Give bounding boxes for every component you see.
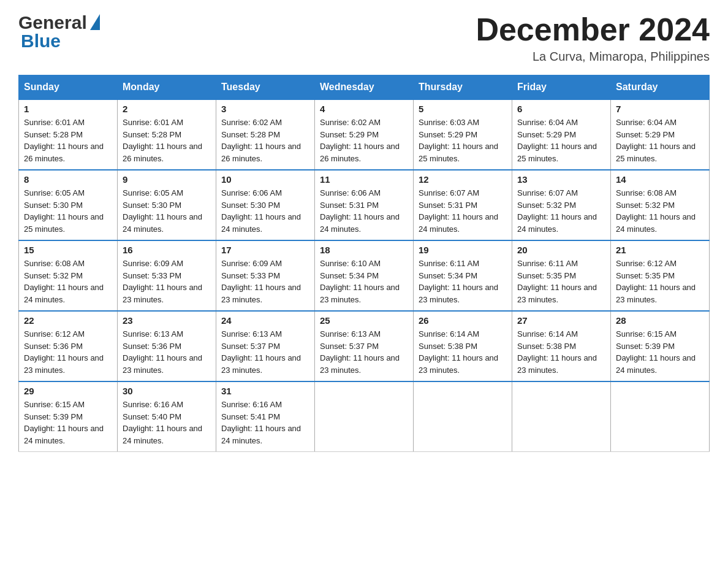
day-header-thursday: Thursday bbox=[414, 75, 512, 100]
day-number: 22 bbox=[24, 315, 112, 326]
day-info: Sunrise: 6:09 AMSunset: 5:33 PMDaylight:… bbox=[221, 258, 309, 305]
day-header-wednesday: Wednesday bbox=[315, 75, 414, 100]
calendar-table: SundayMondayTuesdayWednesdayThursdayFrid… bbox=[18, 75, 710, 452]
calendar-week-3: 15Sunrise: 6:08 AMSunset: 5:32 PMDayligh… bbox=[19, 240, 710, 311]
day-info: Sunrise: 6:01 AMSunset: 5:28 PMDaylight:… bbox=[123, 117, 211, 164]
day-header-monday: Monday bbox=[118, 75, 216, 100]
day-info: Sunrise: 6:13 AMSunset: 5:36 PMDaylight:… bbox=[123, 328, 211, 376]
day-info: Sunrise: 6:11 AMSunset: 5:35 PMDaylight:… bbox=[517, 258, 605, 305]
calendar-day-13: 13Sunrise: 6:07 AMSunset: 5:32 PMDayligh… bbox=[512, 170, 611, 240]
day-number: 26 bbox=[419, 315, 507, 326]
calendar-day-9: 9Sunrise: 6:05 AMSunset: 5:30 PMDaylight… bbox=[118, 170, 216, 240]
calendar-day-3: 3Sunrise: 6:02 AMSunset: 5:28 PMDaylight… bbox=[216, 99, 315, 170]
day-number: 14 bbox=[616, 174, 704, 185]
day-info: Sunrise: 6:08 AMSunset: 5:32 PMDaylight:… bbox=[616, 187, 704, 235]
calendar-day-2: 2Sunrise: 6:01 AMSunset: 5:28 PMDaylight… bbox=[118, 99, 216, 170]
calendar-empty-cell bbox=[611, 381, 710, 452]
day-header-friday: Friday bbox=[512, 75, 611, 100]
day-info: Sunrise: 6:10 AMSunset: 5:34 PMDaylight:… bbox=[320, 258, 408, 305]
logo-triangle-icon bbox=[90, 14, 100, 30]
day-number: 20 bbox=[517, 245, 605, 255]
calendar-day-19: 19Sunrise: 6:11 AMSunset: 5:34 PMDayligh… bbox=[414, 240, 512, 311]
day-info: Sunrise: 6:11 AMSunset: 5:34 PMDaylight:… bbox=[419, 258, 507, 305]
calendar-day-4: 4Sunrise: 6:02 AMSunset: 5:29 PMDaylight… bbox=[315, 99, 414, 170]
day-number: 6 bbox=[517, 104, 605, 114]
calendar-empty-cell bbox=[315, 381, 414, 452]
calendar-week-2: 8Sunrise: 6:05 AMSunset: 5:30 PMDaylight… bbox=[19, 170, 710, 240]
calendar-day-28: 28Sunrise: 6:15 AMSunset: 5:39 PMDayligh… bbox=[611, 311, 710, 381]
logo: General Blue bbox=[18, 12, 100, 52]
calendar-day-5: 5Sunrise: 6:03 AMSunset: 5:29 PMDaylight… bbox=[414, 99, 512, 170]
day-info: Sunrise: 6:06 AMSunset: 5:30 PMDaylight:… bbox=[221, 187, 309, 235]
calendar-day-11: 11Sunrise: 6:06 AMSunset: 5:31 PMDayligh… bbox=[315, 170, 414, 240]
day-info: Sunrise: 6:15 AMSunset: 5:39 PMDaylight:… bbox=[616, 328, 704, 376]
day-info: Sunrise: 6:09 AMSunset: 5:33 PMDaylight:… bbox=[123, 258, 211, 305]
calendar-day-10: 10Sunrise: 6:06 AMSunset: 5:30 PMDayligh… bbox=[216, 170, 315, 240]
calendar-day-14: 14Sunrise: 6:08 AMSunset: 5:32 PMDayligh… bbox=[611, 170, 710, 240]
page-header: General Blue December 2024 La Curva, Mim… bbox=[18, 12, 710, 64]
logo-general-text: General bbox=[18, 12, 87, 33]
calendar-day-7: 7Sunrise: 6:04 AMSunset: 5:29 PMDaylight… bbox=[611, 99, 710, 170]
calendar-day-29: 29Sunrise: 6:15 AMSunset: 5:39 PMDayligh… bbox=[19, 381, 118, 452]
day-number: 30 bbox=[123, 386, 211, 396]
day-info: Sunrise: 6:04 AMSunset: 5:29 PMDaylight:… bbox=[616, 117, 704, 164]
day-info: Sunrise: 6:16 AMSunset: 5:40 PMDaylight:… bbox=[123, 399, 211, 446]
calendar-day-18: 18Sunrise: 6:10 AMSunset: 5:34 PMDayligh… bbox=[315, 240, 414, 311]
day-number: 27 bbox=[517, 315, 605, 326]
day-number: 31 bbox=[221, 386, 309, 396]
day-number: 4 bbox=[320, 104, 408, 114]
calendar-day-16: 16Sunrise: 6:09 AMSunset: 5:33 PMDayligh… bbox=[118, 240, 216, 311]
calendar-day-25: 25Sunrise: 6:13 AMSunset: 5:37 PMDayligh… bbox=[315, 311, 414, 381]
day-number: 28 bbox=[616, 315, 704, 326]
day-info: Sunrise: 6:15 AMSunset: 5:39 PMDaylight:… bbox=[24, 399, 112, 446]
day-info: Sunrise: 6:13 AMSunset: 5:37 PMDaylight:… bbox=[320, 328, 408, 376]
day-number: 3 bbox=[221, 104, 309, 114]
calendar-day-12: 12Sunrise: 6:07 AMSunset: 5:31 PMDayligh… bbox=[414, 170, 512, 240]
day-number: 19 bbox=[419, 245, 507, 255]
day-info: Sunrise: 6:01 AMSunset: 5:28 PMDaylight:… bbox=[24, 117, 112, 164]
day-number: 11 bbox=[320, 174, 408, 185]
calendar-day-24: 24Sunrise: 6:13 AMSunset: 5:37 PMDayligh… bbox=[216, 311, 315, 381]
day-info: Sunrise: 6:07 AMSunset: 5:32 PMDaylight:… bbox=[517, 187, 605, 235]
day-number: 10 bbox=[221, 174, 309, 185]
day-number: 25 bbox=[320, 315, 408, 326]
title-section: December 2024 La Curva, Mimaropa, Philip… bbox=[476, 12, 710, 64]
day-number: 1 bbox=[24, 104, 112, 114]
day-header-tuesday: Tuesday bbox=[216, 75, 315, 100]
day-number: 7 bbox=[616, 104, 704, 114]
logo-blue-text: Blue bbox=[21, 31, 61, 52]
day-info: Sunrise: 6:05 AMSunset: 5:30 PMDaylight:… bbox=[24, 187, 112, 235]
month-title: December 2024 bbox=[476, 12, 710, 47]
day-number: 17 bbox=[221, 245, 309, 255]
calendar-day-1: 1Sunrise: 6:01 AMSunset: 5:28 PMDaylight… bbox=[19, 99, 118, 170]
day-number: 21 bbox=[616, 245, 704, 255]
day-info: Sunrise: 6:12 AMSunset: 5:36 PMDaylight:… bbox=[24, 328, 112, 376]
calendar-day-26: 26Sunrise: 6:14 AMSunset: 5:38 PMDayligh… bbox=[414, 311, 512, 381]
calendar-day-21: 21Sunrise: 6:12 AMSunset: 5:35 PMDayligh… bbox=[611, 240, 710, 311]
day-number: 5 bbox=[419, 104, 507, 114]
day-number: 8 bbox=[24, 174, 112, 185]
calendar-day-17: 17Sunrise: 6:09 AMSunset: 5:33 PMDayligh… bbox=[216, 240, 315, 311]
day-info: Sunrise: 6:02 AMSunset: 5:28 PMDaylight:… bbox=[221, 117, 309, 164]
calendar-week-4: 22Sunrise: 6:12 AMSunset: 5:36 PMDayligh… bbox=[19, 311, 710, 381]
day-number: 2 bbox=[123, 104, 211, 114]
day-info: Sunrise: 6:08 AMSunset: 5:32 PMDaylight:… bbox=[24, 258, 112, 305]
day-info: Sunrise: 6:14 AMSunset: 5:38 PMDaylight:… bbox=[419, 328, 507, 376]
calendar-week-5: 29Sunrise: 6:15 AMSunset: 5:39 PMDayligh… bbox=[19, 381, 710, 452]
day-info: Sunrise: 6:13 AMSunset: 5:37 PMDaylight:… bbox=[221, 328, 309, 376]
day-number: 29 bbox=[24, 386, 112, 396]
day-header-sunday: Sunday bbox=[19, 75, 118, 100]
day-info: Sunrise: 6:16 AMSunset: 5:41 PMDaylight:… bbox=[221, 399, 309, 446]
day-info: Sunrise: 6:02 AMSunset: 5:29 PMDaylight:… bbox=[320, 117, 408, 164]
day-info: Sunrise: 6:03 AMSunset: 5:29 PMDaylight:… bbox=[419, 117, 507, 164]
calendar-day-8: 8Sunrise: 6:05 AMSunset: 5:30 PMDaylight… bbox=[19, 170, 118, 240]
day-number: 16 bbox=[123, 245, 211, 255]
day-header-saturday: Saturday bbox=[611, 75, 710, 100]
calendar-day-27: 27Sunrise: 6:14 AMSunset: 5:38 PMDayligh… bbox=[512, 311, 611, 381]
day-info: Sunrise: 6:12 AMSunset: 5:35 PMDaylight:… bbox=[616, 258, 704, 305]
day-number: 15 bbox=[24, 245, 112, 255]
calendar-day-22: 22Sunrise: 6:12 AMSunset: 5:36 PMDayligh… bbox=[19, 311, 118, 381]
calendar-day-23: 23Sunrise: 6:13 AMSunset: 5:36 PMDayligh… bbox=[118, 311, 216, 381]
day-number: 12 bbox=[419, 174, 507, 185]
calendar-empty-cell bbox=[414, 381, 512, 452]
